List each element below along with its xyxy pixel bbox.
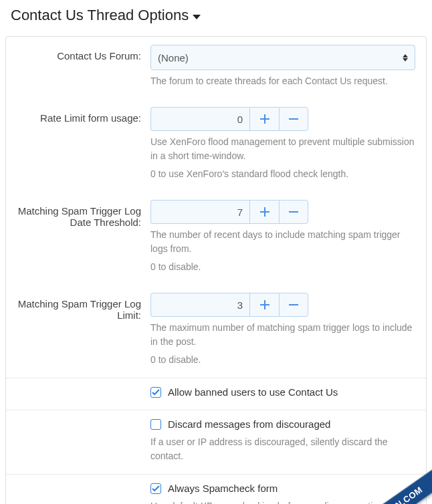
label-spam-date: Matching Spam Trigger Log Date Threshold… [17,200,150,274]
row-spam-limit: Matching Spam Trigger Log Limit: The max… [6,285,426,378]
spam-limit-minus-button[interactable] [279,293,308,317]
row-allow-banned: Allow banned users to use Contact Us [6,378,426,410]
helper-spam-date-1: The number of recent days to include mat… [150,228,415,256]
helper-spam-date-2: 0 to disable. [150,260,415,274]
checkbox-icon [150,419,161,430]
row-discard-discouraged: Discard messages from discouraged If a u… [6,410,426,474]
row-contact-forum: Contact Us Forum: (None) The forum to cr… [6,37,426,99]
minus-icon [289,207,298,217]
spam-date-input[interactable] [150,200,249,224]
helper-rate-limit-1: Use XenForo flood management to prevent … [150,135,415,163]
spam-date-plus-button[interactable] [249,200,279,224]
rate-limit-plus-button[interactable] [249,107,279,131]
minus-icon [289,114,298,124]
svg-rect-0 [289,118,298,120]
check-icon [152,388,160,396]
spam-limit-plus-button[interactable] [249,293,279,317]
row-spam-date: Matching Spam Trigger Log Date Threshold… [6,192,426,285]
checkbox-discard-discouraged[interactable]: Discard messages from discouraged [150,418,415,431]
plus-icon [260,114,269,124]
rate-limit-input[interactable] [150,107,249,131]
svg-rect-2 [289,304,298,305]
spam-limit-stepper [150,293,415,317]
helper-contact-forum: The forum to create threads for each Con… [150,74,415,88]
check-icon [152,485,160,493]
spam-date-stepper [150,200,415,224]
label-contact-forum: Contact Us Forum: [17,45,150,88]
checkbox-label: Always Spamcheck form [168,483,278,494]
row-rate-limit: Rate Limit form usage: Use XenForo flood… [6,99,426,192]
spam-limit-input[interactable] [150,293,249,317]
svg-rect-1 [289,211,298,213]
caret-down-icon [193,15,201,19]
checkbox-icon [150,483,161,494]
rate-limit-stepper [150,107,415,131]
checkbox-label: Discard messages from discouraged [168,418,330,430]
page-title-text: Contact Us Thread Options [11,7,189,24]
label-rate-limit: Rate Limit form usage: [17,107,150,181]
minus-icon [289,300,298,309]
checkbox-allow-banned[interactable]: Allow banned users to use Contact Us [150,386,415,399]
helper-rate-limit-2: 0 to use XenForo's standard flood check … [150,167,415,181]
helper-spamcheck: Use default XF spamchecking before sendi… [150,499,415,504]
select-arrows-icon [403,54,408,61]
row-always-spamcheck: Always Spamcheck form Use default XF spa… [6,475,426,504]
rate-limit-minus-button[interactable] [279,107,308,131]
helper-spam-limit-1: The maximum number of matching spam trig… [150,321,415,349]
contact-forum-select[interactable]: (None) [150,45,415,70]
helper-discard: If a user or IP address is discouraged, … [150,435,415,463]
options-panel: Contact Us Forum: (None) The forum to cr… [5,36,427,504]
contact-forum-select-input[interactable]: (None) [158,52,403,64]
plus-icon [260,207,269,217]
checkbox-label: Allow banned users to use Contact Us [168,386,338,398]
checkbox-icon [150,387,161,398]
plus-icon [260,300,269,309]
label-spam-limit: Matching Spam Trigger Log Limit: [17,293,150,367]
checkbox-always-spamcheck[interactable]: Always Spamcheck form [150,483,415,495]
spam-date-minus-button[interactable] [279,200,308,224]
page-title[interactable]: Contact Us Thread Options [0,0,432,31]
helper-spam-limit-2: 0 to disable. [150,353,415,367]
